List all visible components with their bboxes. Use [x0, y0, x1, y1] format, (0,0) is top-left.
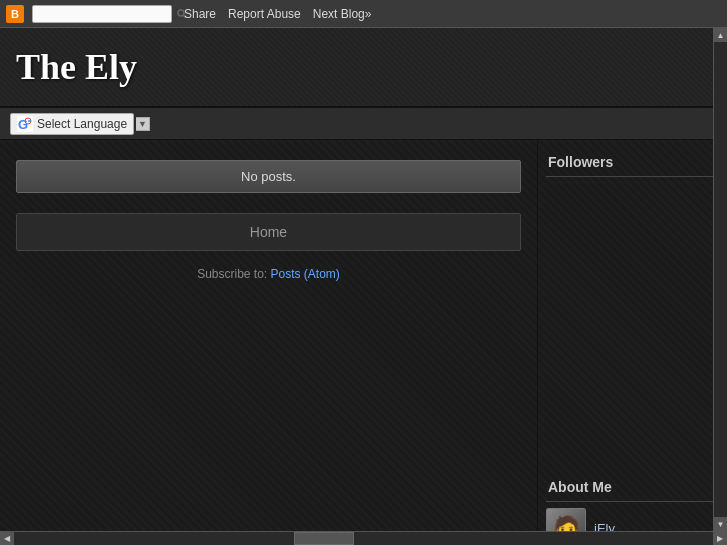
vertical-scrollbar: ▲ ▼	[713, 28, 727, 531]
search-box[interactable]	[32, 5, 172, 23]
home-link-text: Home	[250, 224, 287, 240]
sidebar: Followers About Me 🧑 iEly	[537, 140, 727, 545]
content-area: No posts. Home Subscribe to: Posts (Atom…	[0, 140, 537, 545]
scroll-left-button[interactable]: ◀	[0, 532, 14, 546]
scroll-up-button[interactable]: ▲	[714, 28, 728, 42]
no-posts-bar: No posts.	[16, 160, 521, 193]
topbar-links: Share Report Abuse Next Blog»	[184, 7, 371, 21]
main-layout: No posts. Home Subscribe to: Posts (Atom…	[0, 140, 727, 545]
site-title: The Ely	[16, 46, 137, 88]
about-me-title: About Me	[546, 475, 719, 502]
svg-text:G: G	[18, 117, 28, 132]
no-posts-text: No posts.	[241, 169, 296, 184]
scroll-down-button[interactable]: ▼	[714, 517, 728, 531]
scroll-right-button[interactable]: ▶	[713, 532, 727, 546]
topbar: B Share Report Abuse Next Blog»	[0, 0, 727, 28]
subscribe-link[interactable]: Posts (Atom)	[271, 267, 340, 281]
site-header: The Ely	[0, 28, 727, 108]
language-select-label: Select Language	[37, 117, 127, 131]
search-input[interactable]	[37, 6, 175, 22]
blogger-logo-letter: B	[11, 8, 19, 20]
horizontal-scroll-thumb[interactable]	[294, 532, 354, 545]
subscribe-line: Subscribe to: Posts (Atom)	[16, 267, 521, 281]
google-icon: G	[17, 116, 33, 132]
horizontal-scrollbar: ◀ ▶	[0, 531, 727, 545]
followers-content	[546, 183, 719, 463]
share-link[interactable]: Share	[184, 7, 216, 21]
language-bar: G Select Language ▼	[0, 108, 727, 140]
next-blog-link[interactable]: Next Blog»	[313, 7, 372, 21]
blogger-logo[interactable]: B	[6, 5, 24, 23]
language-dropdown-arrow[interactable]: ▼	[136, 117, 150, 131]
subscribe-prefix: Subscribe to:	[197, 267, 267, 281]
horizontal-scroll-track[interactable]	[14, 532, 713, 545]
home-link[interactable]: Home	[16, 213, 521, 251]
followers-title: Followers	[546, 150, 719, 177]
report-abuse-link[interactable]: Report Abuse	[228, 7, 301, 21]
followers-section: Followers	[546, 150, 719, 463]
page-wrapper: B Share Report Abuse Next Blog» The Ely	[0, 0, 727, 545]
language-select-button[interactable]: G Select Language	[10, 113, 134, 135]
vertical-scroll-track[interactable]	[714, 42, 727, 517]
